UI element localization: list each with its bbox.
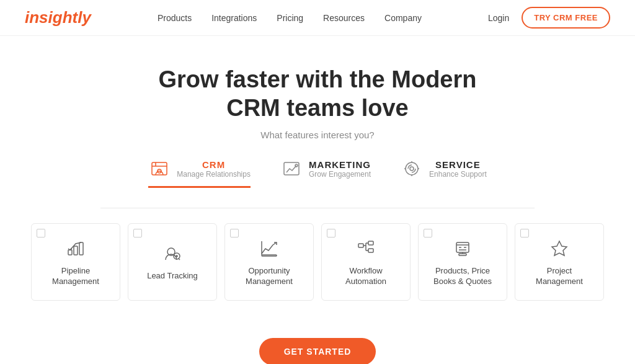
marketing-label: MARKETING — [309, 159, 371, 170]
hero-title: Grow faster with the Modern CRM teams lo… — [12, 66, 623, 122]
marketing-sublabel: Grow Engagement — [309, 170, 371, 179]
card-opportunity[interactable]: OpportunityManagement — [224, 223, 314, 301]
workflow-label: WorkflowAutomation — [345, 266, 386, 287]
feature-cards: PipelineManagement Lead Tracking — [12, 223, 623, 301]
product-tabs: CRM Manage Relationships MARKETING Grow … — [12, 158, 623, 188]
logo[interactable]: insightly — [25, 8, 91, 27]
products-icon — [451, 237, 474, 260]
crm-icon — [148, 158, 171, 180]
try-crm-free-button[interactable]: TRY CRM FREE — [522, 7, 610, 29]
opportunity-label: OpportunityManagement — [246, 266, 293, 287]
project-icon — [548, 237, 571, 260]
tab-crm[interactable]: CRM Manage Relationships — [148, 158, 251, 188]
lead-icon — [161, 242, 184, 265]
tab-marketing[interactable]: MARKETING Grow Engagement — [280, 158, 371, 188]
svg-marker-36 — [552, 241, 567, 255]
card-lead[interactable]: Lead Tracking — [128, 223, 217, 301]
marketing-icon — [280, 158, 303, 180]
crm-tab-text: CRM Manage Relationships — [177, 159, 251, 179]
card-workflow-checkbox[interactable] — [327, 229, 335, 237]
hero-subtitle: What features interest you? — [12, 130, 623, 140]
marketing-tab-text: MARKETING Grow Engagement — [309, 159, 371, 179]
nav-products[interactable]: Products — [158, 13, 192, 23]
login-link[interactable]: Login — [488, 13, 509, 23]
hero-section: Grow faster with the Modern CRM teams lo… — [0, 36, 635, 335]
svg-point-7 — [410, 167, 414, 171]
svg-rect-12 — [68, 250, 72, 255]
nav-company[interactable]: Company — [384, 13, 422, 23]
svg-rect-31 — [459, 254, 466, 255]
card-products[interactable]: Products, PriceBooks & Quotes — [418, 223, 507, 301]
svg-rect-23 — [368, 241, 373, 245]
card-opportunity-checkbox[interactable] — [230, 229, 239, 237]
crm-label: CRM — [177, 159, 251, 170]
nav-integrations[interactable]: Integrations — [211, 13, 257, 23]
card-products-checkbox[interactable] — [424, 229, 432, 237]
crm-sublabel: Manage Relationships — [177, 170, 251, 179]
tab-service[interactable]: SERVICE Enhance Support — [401, 158, 487, 188]
workflow-icon — [355, 237, 377, 260]
svg-rect-29 — [456, 242, 469, 252]
svg-rect-14 — [79, 242, 83, 255]
card-workflow[interactable]: WorkflowAutomation — [321, 223, 411, 301]
svg-rect-24 — [368, 249, 373, 252]
service-tab-text: SERVICE Enhance Support — [429, 159, 487, 179]
opportunity-icon — [258, 237, 280, 260]
cta-section: GET STARTED — [0, 335, 635, 364]
navbar: insightly Products Integrations Pricing … — [0, 0, 635, 36]
card-project-checkbox[interactable] — [520, 229, 529, 237]
service-icon — [401, 158, 423, 180]
svg-rect-13 — [74, 246, 78, 255]
products-label: Products, PriceBooks & Quotes — [433, 266, 492, 287]
card-lead-checkbox[interactable] — [133, 229, 142, 237]
nav-resources[interactable]: Resources — [323, 13, 365, 23]
nav-pricing[interactable]: Pricing — [277, 13, 303, 23]
svg-rect-20 — [262, 255, 277, 256]
card-pipeline-checkbox[interactable] — [37, 229, 45, 237]
pipeline-icon — [64, 237, 87, 260]
nav-actions: Login TRY CRM FREE — [488, 7, 610, 29]
card-pipeline[interactable]: PipelineManagement — [31, 223, 120, 301]
service-sublabel: Enhance Support — [429, 170, 487, 179]
nav-links: Products Integrations Pricing Resources … — [158, 13, 422, 23]
card-project[interactable]: ProjectManagement — [515, 223, 604, 301]
get-started-button[interactable]: GET STARTED — [259, 338, 376, 364]
svg-point-6 — [406, 162, 418, 175]
tabs-divider — [100, 208, 535, 208]
svg-rect-22 — [358, 244, 363, 247]
pipeline-label: PipelineManagement — [52, 266, 99, 287]
lead-label: Lead Tracking — [147, 271, 198, 282]
svg-line-19 — [179, 259, 180, 260]
project-label: ProjectManagement — [536, 266, 583, 287]
service-label: SERVICE — [429, 159, 487, 170]
